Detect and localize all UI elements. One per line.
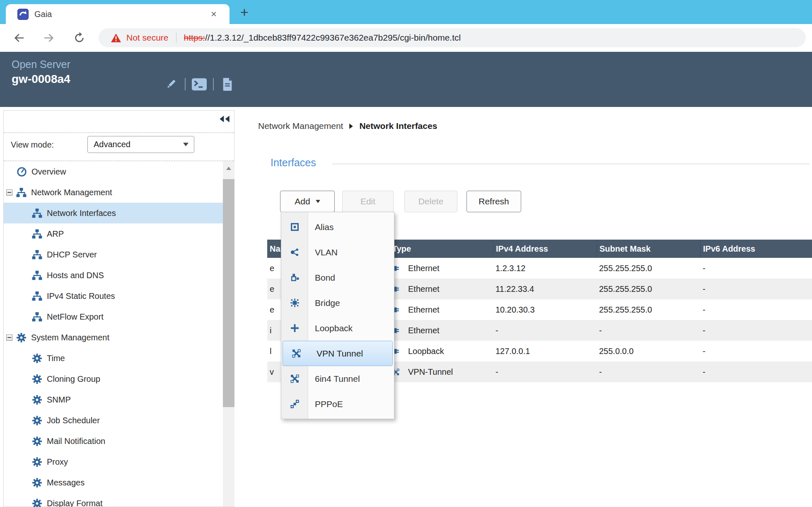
sidebar-item-time[interactable]: Time bbox=[4, 348, 223, 369]
hostname-label: gw-0008a4 bbox=[12, 73, 70, 86]
sidebar-item-proxy[interactable]: Proxy bbox=[4, 451, 223, 472]
main-content: Network Management Network Interfaces In… bbox=[234, 107, 812, 507]
server-type-label: Open Server bbox=[12, 58, 70, 70]
cell-ipv4: 127.0.0.1 bbox=[493, 347, 597, 356]
bridge-icon bbox=[281, 298, 308, 307]
chevron-down-icon bbox=[316, 200, 320, 203]
menu-item-label: Bridge bbox=[315, 298, 340, 308]
sidebar-item-hosts-and-dns[interactable]: Hosts and DNS bbox=[4, 265, 223, 286]
pppoe-icon bbox=[281, 400, 308, 408]
sidebar-scrollbar[interactable] bbox=[223, 161, 234, 507]
cell-subnet-mask: - bbox=[597, 326, 700, 335]
delete-button[interactable]: Delete bbox=[404, 191, 457, 212]
collapse-node-icon[interactable] bbox=[6, 335, 12, 341]
reload-button[interactable] bbox=[71, 30, 87, 46]
menu-item-bridge[interactable]: Bridge bbox=[281, 290, 394, 315]
column-header-ipv4[interactable]: IPv4 Address bbox=[493, 240, 597, 258]
gaia-favicon-icon bbox=[17, 9, 29, 20]
sidebar-item-overview[interactable]: Overview bbox=[4, 161, 223, 182]
sidebar-item-label: DHCP Server bbox=[47, 250, 97, 260]
sidebar-item-ipv4-static-routes[interactable]: IPv4 Static Routes bbox=[4, 286, 223, 306]
close-tab-icon[interactable]: × bbox=[208, 8, 220, 20]
cell-subnet-mask: - bbox=[597, 367, 700, 377]
sidebar-item-network-interfaces[interactable]: Network Interfaces bbox=[4, 203, 223, 223]
sidebar-item-snmp[interactable]: SNMP bbox=[4, 389, 223, 410]
column-header-type[interactable]: Type bbox=[389, 240, 493, 258]
cell-subnet-mask: 255.255.255.0 bbox=[597, 284, 700, 294]
breadcrumb-parent[interactable]: Network Management bbox=[258, 121, 343, 131]
network-icon bbox=[32, 250, 42, 260]
menu-item-bond[interactable]: Bond bbox=[281, 265, 394, 290]
browser-tab[interactable]: Gaia × bbox=[6, 4, 230, 24]
sidebar-item-mail-notification[interactable]: Mail Notification bbox=[4, 431, 223, 451]
omnibox-divider bbox=[176, 32, 176, 43]
edit-button[interactable]: Edit bbox=[342, 191, 394, 212]
forward-arrow-icon bbox=[43, 32, 56, 44]
back-arrow-icon bbox=[12, 32, 25, 44]
sidebar-item-label: Messages bbox=[47, 478, 85, 488]
cell-ipv4: - bbox=[493, 326, 597, 335]
gear-icon bbox=[32, 416, 42, 425]
back-button[interactable] bbox=[11, 30, 27, 46]
menu-item-vlan[interactable]: VLAN bbox=[281, 240, 394, 265]
new-tab-button[interactable]: + bbox=[236, 4, 253, 20]
sidebar-item-messages[interactable]: Messages bbox=[4, 472, 223, 493]
forward-button[interactable] bbox=[41, 30, 57, 46]
view-mode-select[interactable]: Advanced bbox=[87, 136, 194, 153]
sidebar-item-label: System Management bbox=[31, 333, 109, 342]
cell-type: Ethernet bbox=[389, 326, 493, 335]
cell-ipv4: - bbox=[493, 367, 597, 377]
tab-title: Gaia bbox=[34, 10, 208, 19]
network-icon bbox=[32, 312, 42, 322]
collapse-node-icon[interactable] bbox=[6, 189, 12, 196]
cell-subnet-mask: 255.255.255.0 bbox=[597, 305, 700, 315]
sidebar-item-cloning-group[interactable]: Cloning Group bbox=[4, 369, 223, 389]
cell-ipv4: 10.20.30.3 bbox=[493, 305, 597, 315]
sidebar-item-arp[interactable]: ARP bbox=[4, 223, 223, 244]
sidebar-item-dhcp-server[interactable]: DHCP Server bbox=[4, 244, 223, 265]
menu-item-label: Alias bbox=[315, 222, 334, 232]
terminal-button[interactable] bbox=[192, 77, 207, 92]
menu-item-label: 6in4 Tunnel bbox=[315, 374, 360, 384]
column-header-subnet-mask[interactable]: Subnet Mask bbox=[597, 240, 700, 258]
menu-item-pppoe[interactable]: PPPoE bbox=[281, 391, 394, 417]
scrollbar-thumb[interactable] bbox=[223, 179, 234, 407]
collapse-sidebar-button[interactable] bbox=[219, 116, 230, 122]
alias-icon bbox=[281, 223, 308, 231]
not-secure-warning-icon bbox=[111, 34, 121, 42]
menu-item-vpn-tunnel[interactable]: VPN Tunnel bbox=[283, 341, 393, 366]
add-button[interactable]: Add bbox=[280, 191, 335, 212]
column-header-ipv6[interactable]: IPv6 Address bbox=[700, 240, 812, 258]
sidebar-item-job-scheduler[interactable]: Job Scheduler bbox=[4, 410, 223, 431]
delete-button-label: Delete bbox=[418, 196, 444, 206]
sidebar-item-netflow-export[interactable]: NetFlow Export bbox=[4, 306, 223, 327]
add-button-label: Add bbox=[295, 196, 310, 206]
network-icon bbox=[32, 229, 42, 239]
network-icon bbox=[32, 271, 42, 280]
sidebar-item-network-management[interactable]: Network Management bbox=[4, 182, 223, 203]
menu-item-loopback[interactable]: Loopback bbox=[281, 315, 394, 341]
menu-item-6in4-tunnel[interactable]: 6in4 Tunnel bbox=[281, 366, 394, 391]
gear-icon bbox=[32, 478, 42, 488]
menu-item-alias[interactable]: Alias bbox=[281, 214, 394, 240]
gauge-icon bbox=[17, 167, 27, 177]
chevron-down-icon bbox=[183, 143, 188, 146]
browser-tab-strip: Gaia × + bbox=[0, 0, 812, 24]
address-bar[interactable]: Not secure https://1.2.3.12/_1dbceb83ff9… bbox=[99, 28, 806, 47]
refresh-button[interactable]: Refresh bbox=[466, 191, 521, 212]
header-divider bbox=[213, 78, 214, 90]
network-icon bbox=[16, 188, 27, 197]
edit-hostname-button[interactable] bbox=[164, 77, 179, 92]
scroll-up-icon[interactable] bbox=[223, 163, 234, 174]
browser-toolbar: Not secure https://1.2.3.12/_1dbceb83ff9… bbox=[0, 24, 812, 52]
not-secure-label[interactable]: Not secure bbox=[126, 33, 169, 43]
navigation-tree: Overview Network Management Network Inte… bbox=[4, 161, 223, 507]
view-mode-label: View mode: bbox=[11, 140, 54, 150]
cell-type: Ethernet bbox=[389, 305, 493, 315]
cell-type: VPN-Tunnel bbox=[389, 367, 493, 377]
header-divider bbox=[185, 78, 186, 90]
sidebar-item-display-format[interactable]: Display Format bbox=[4, 493, 223, 507]
double-chevron-left-icon bbox=[219, 116, 230, 122]
scratchpad-button[interactable] bbox=[220, 77, 235, 92]
sidebar-item-system-management[interactable]: System Management bbox=[4, 327, 223, 348]
